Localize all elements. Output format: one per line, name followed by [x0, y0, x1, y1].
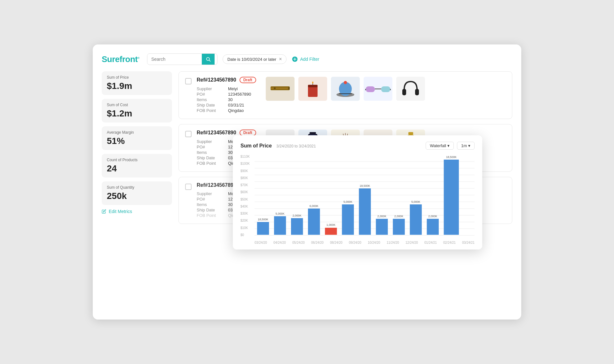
- po-images-1: [266, 77, 506, 101]
- po-checkbox-3[interactable]: [185, 184, 192, 190]
- svg-line-21: [390, 89, 391, 90]
- search-icon: [206, 57, 211, 62]
- chevron-down-icon-2: ▾: [468, 143, 470, 148]
- chart-interval-button[interactable]: 1m ▾: [457, 142, 475, 150]
- draft-badge-2: Draft: [240, 130, 256, 136]
- svg-rect-8: [288, 87, 290, 90]
- svg-rect-10: [308, 85, 318, 87]
- svg-point-7: [274, 87, 276, 89]
- y-label-50k: $50K: [240, 198, 255, 201]
- metric-card-margin: Average Margin 51%: [102, 126, 172, 150]
- metric-card-price: Sum of Price $1.9m: [102, 71, 172, 95]
- bar-label-5: 5,000K: [343, 200, 352, 203]
- po-checkbox-1[interactable]: [185, 78, 192, 84]
- metric-value-quantity: 250k: [107, 191, 167, 201]
- add-filter-label: Add Filter: [300, 57, 319, 62]
- po-checkbox-2[interactable]: [185, 131, 192, 137]
- logo-text: Surefront: [102, 54, 138, 64]
- y-label-70k: $70K: [240, 183, 255, 187]
- x-axis: 03/24/20 04/24/20 05/24/20 06/24/20 08/2…: [255, 241, 475, 244]
- metric-value-price: $1.9m: [107, 81, 167, 91]
- metric-card-count: Count of Products 24: [102, 154, 172, 178]
- search-bar[interactable]: [147, 53, 217, 65]
- add-filter-button[interactable]: Add Filter: [292, 56, 319, 62]
- y-label-100k: $100K: [240, 162, 255, 165]
- chart-content: 18,500K 5,000K 2,000K 6,000K: [255, 155, 475, 244]
- x-label-7: 11/24/20: [387, 241, 399, 244]
- bar-11: [444, 160, 459, 235]
- y-label-80k: $80K: [240, 176, 255, 180]
- bar-0: [257, 222, 269, 235]
- product-image-headphones: [396, 77, 425, 101]
- bar-label-7: 2,000K: [377, 215, 386, 218]
- y-label-110k: $110K: [240, 155, 255, 158]
- logo: Surefront®: [102, 54, 139, 64]
- bar-label-10: 2,000K: [428, 215, 437, 218]
- x-label-10: 02/24/21: [443, 241, 456, 244]
- bar-8: [393, 219, 405, 235]
- x-label-5: 09/24/20: [349, 241, 361, 244]
- svg-line-1: [209, 60, 210, 61]
- bar-10: [427, 219, 439, 235]
- y-label-10k: $10K: [240, 226, 255, 230]
- filter-label: Date is 10/03/2024 or later: [227, 57, 276, 62]
- x-label-1: 04/24/20: [273, 241, 286, 244]
- svg-rect-40: [408, 132, 413, 135]
- po-field-items-1: Items 30: [197, 97, 261, 102]
- y-label-90k: $90K: [240, 169, 255, 173]
- bar-9: [410, 204, 422, 235]
- svg-point-15: [344, 81, 347, 84]
- product-image-sunglasses: [364, 77, 392, 101]
- x-label-9: 01/24/21: [424, 241, 437, 244]
- y-label-40k: $40K: [240, 205, 255, 208]
- bar-label-1: 5,000K: [276, 212, 285, 215]
- product-image-candle: [298, 77, 327, 101]
- metric-label-price: Sum of Price: [107, 75, 167, 80]
- product-image-hat: [331, 77, 360, 101]
- bar-2: [291, 218, 303, 235]
- x-label-2: 05/24/20: [292, 241, 305, 244]
- bar-label-11: 18,500K: [446, 155, 457, 159]
- bar-label-9: 5,000K: [411, 200, 420, 203]
- y-label-60k: $60K: [240, 190, 255, 194]
- po-title-2: Ref#1234567890 Draft: [197, 130, 261, 136]
- chart-type-button[interactable]: Waterfall ▾: [426, 142, 454, 150]
- sidebar: Sum of Price $1.9m Sum of Cost $1.2m Ave…: [102, 71, 172, 229]
- po-field-po-1: PO# 1234567890: [197, 92, 261, 97]
- bar-label-0: 18,500K: [258, 218, 268, 221]
- filter-close-icon[interactable]: ×: [279, 57, 282, 62]
- y-label-30k: $30K: [240, 212, 255, 215]
- bar-label-4: 1,000K: [327, 223, 335, 226]
- filter-chip: Date is 10/03/2024 or later ×: [223, 54, 287, 64]
- bar-6: [359, 188, 371, 235]
- header: Surefront® Date is 10/03/2024 or later ×…: [102, 53, 512, 65]
- svg-rect-23: [415, 89, 419, 95]
- metric-label-count: Count of Products: [107, 158, 167, 162]
- x-label-11: 03/24/21: [462, 241, 475, 244]
- metric-value-margin: 51%: [107, 136, 167, 146]
- bar-label-6: 18,500K: [360, 184, 370, 187]
- metric-value-count: 24: [107, 163, 167, 174]
- chart-date-range: 3/24/2020 to 3/24/2021: [276, 144, 316, 148]
- po-field-supplier-1: Supplier Meiyi: [197, 86, 261, 91]
- svg-rect-17: [366, 86, 375, 92]
- x-label-4: 08/24/20: [330, 241, 342, 244]
- edit-metrics-button[interactable]: Edit Metrics: [102, 209, 132, 214]
- search-input[interactable]: [147, 54, 202, 64]
- metric-value-cost: $1.2m: [107, 108, 167, 119]
- chart-body: $110K $100K $90K $80K $70K $60K $50K $40…: [240, 155, 475, 244]
- edit-metrics-label: Edit Metrics: [109, 209, 132, 214]
- svg-line-20: [365, 89, 366, 90]
- search-button[interactable]: [202, 54, 215, 65]
- plus-circle-icon: [292, 56, 298, 62]
- metric-label-quantity: Sum of Quantity: [107, 185, 167, 190]
- chart-overlay: Sum of Price 3/24/2020 to 3/24/2021 Wate…: [233, 135, 482, 249]
- svg-rect-18: [381, 86, 390, 92]
- bar-4: [325, 228, 337, 235]
- svg-rect-29: [310, 132, 316, 134]
- po-details-1: Ref#1234567890 Draft Supplier Meiyi PO# …: [197, 77, 261, 114]
- chart-interval-label: 1m: [461, 143, 467, 148]
- metric-card-quantity: Sum of Quantity 250k: [102, 181, 172, 205]
- x-label-6: 10/24/20: [368, 241, 380, 244]
- metric-card-cost: Sum of Cost $1.2m: [102, 99, 172, 123]
